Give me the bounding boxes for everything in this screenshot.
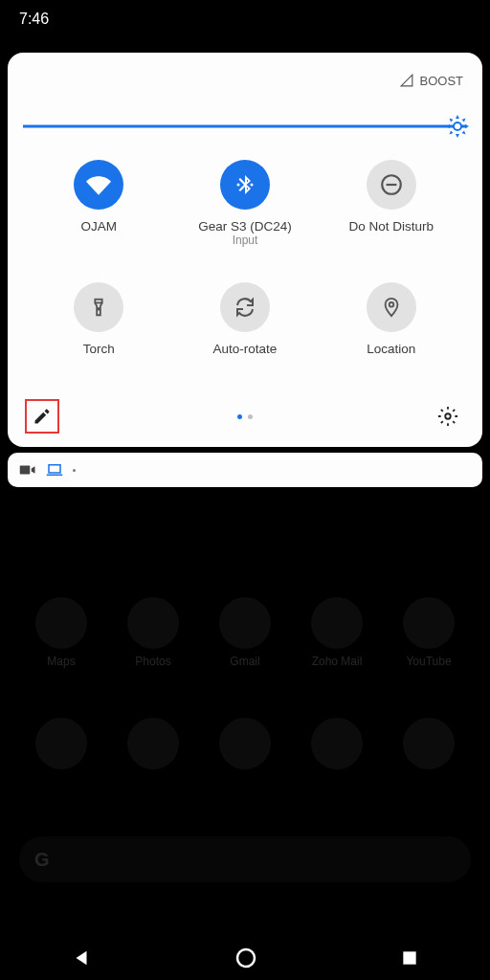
app-messages[interactable] bbox=[311, 718, 363, 769]
messages-icon bbox=[311, 718, 363, 769]
clock-time: 7:46 bbox=[19, 11, 49, 28]
zohomail-icon bbox=[311, 597, 363, 649]
gmail-icon bbox=[219, 597, 271, 649]
svg-point-9 bbox=[445, 413, 451, 419]
svg-point-1 bbox=[455, 123, 460, 129]
app-camera[interactable] bbox=[403, 718, 455, 769]
svg-rect-11 bbox=[49, 465, 60, 473]
tile-label: OJAM bbox=[81, 219, 118, 234]
google-g-icon: G bbox=[34, 849, 50, 871]
chrome-icon bbox=[219, 718, 271, 769]
brightness-icon bbox=[446, 115, 469, 138]
boost-indicator[interactable]: BOOST bbox=[400, 74, 463, 88]
app-gmail[interactable]: Gmail bbox=[219, 597, 271, 668]
photos-icon bbox=[127, 597, 179, 649]
app-label: Gmail bbox=[230, 655, 259, 668]
svg-point-3 bbox=[250, 184, 253, 187]
tile-grid: OJAM Gear S3 (DC24)Input Do Not Disturb … bbox=[19, 160, 471, 395]
home-button[interactable] bbox=[234, 947, 257, 973]
svg-point-8 bbox=[389, 302, 393, 307]
tile-label: Torch bbox=[83, 342, 115, 356]
tile-autorotate[interactable]: Auto-rotate bbox=[177, 282, 314, 376]
maps-icon bbox=[35, 597, 87, 649]
navigation-bar bbox=[0, 940, 490, 980]
tile-dnd[interactable]: Do Not Disturb bbox=[323, 160, 459, 254]
slider-thumb[interactable] bbox=[446, 115, 469, 138]
app-maps[interactable]: Maps bbox=[35, 597, 87, 668]
home-icon bbox=[234, 947, 257, 969]
wifi-icon bbox=[74, 160, 123, 210]
gear-icon bbox=[437, 406, 458, 427]
videocam-icon bbox=[19, 463, 36, 477]
flashlight-icon bbox=[74, 282, 123, 332]
app-label: Zoho Mail bbox=[312, 655, 363, 668]
app-row-1: Maps Photos Gmail Zoho Mail YouTube bbox=[0, 584, 490, 681]
svg-rect-6 bbox=[96, 300, 102, 303]
camera-icon bbox=[403, 718, 455, 769]
dnd-icon bbox=[367, 160, 416, 210]
back-button[interactable] bbox=[71, 947, 92, 972]
svg-point-7 bbox=[98, 308, 100, 310]
svg-point-2 bbox=[236, 184, 239, 187]
app-label: Maps bbox=[47, 655, 75, 668]
svg-point-13 bbox=[237, 949, 255, 967]
tile-location[interactable]: Location bbox=[323, 282, 459, 376]
laptop-icon bbox=[46, 463, 63, 477]
signal-icon bbox=[400, 74, 413, 87]
app-label: YouTube bbox=[406, 655, 451, 668]
tile-label: Gear S3 (DC24) bbox=[198, 219, 292, 234]
svg-rect-14 bbox=[403, 951, 415, 964]
pencil-icon bbox=[33, 407, 52, 426]
page-dot-inactive bbox=[248, 414, 253, 419]
quick-settings-panel: BOOST OJAM Gear S3 (DC24)Input Do Not Di… bbox=[8, 53, 482, 447]
tile-torch[interactable]: Torch bbox=[31, 282, 167, 376]
tile-sublabel: Input bbox=[198, 234, 292, 247]
tile-label: Do Not Disturb bbox=[348, 219, 434, 234]
app-chrome[interactable] bbox=[219, 718, 271, 769]
page-dot-active bbox=[237, 414, 242, 419]
tile-bluetooth[interactable]: Gear S3 (DC24)Input bbox=[177, 160, 314, 254]
app-photos[interactable]: Photos bbox=[127, 597, 179, 668]
svg-rect-10 bbox=[20, 466, 31, 475]
location-icon bbox=[367, 282, 416, 332]
slider-track bbox=[23, 125, 467, 128]
back-icon bbox=[71, 947, 92, 969]
edit-button[interactable] bbox=[25, 399, 59, 434]
tile-wifi[interactable]: OJAM bbox=[31, 160, 167, 254]
phone-icon bbox=[127, 718, 179, 769]
youtube-icon bbox=[403, 597, 455, 649]
qs-footer bbox=[19, 395, 471, 437]
notification-bar[interactable] bbox=[8, 453, 482, 487]
play-icon bbox=[35, 718, 87, 769]
app-youtube[interactable]: YouTube bbox=[403, 597, 455, 668]
notif-dot bbox=[73, 469, 76, 472]
tile-label: Location bbox=[367, 342, 415, 356]
boost-label: BOOST bbox=[419, 74, 463, 88]
autorotate-icon bbox=[220, 282, 270, 332]
qs-header: BOOST bbox=[19, 68, 471, 93]
settings-button[interactable] bbox=[431, 399, 465, 434]
app-zohomail[interactable]: Zoho Mail bbox=[311, 597, 363, 668]
tile-label: Auto-rotate bbox=[213, 342, 278, 356]
app-phone[interactable] bbox=[127, 718, 179, 769]
bluetooth-icon bbox=[220, 160, 270, 210]
page-indicator bbox=[237, 414, 253, 419]
brightness-slider[interactable] bbox=[23, 120, 467, 133]
recents-button[interactable] bbox=[400, 948, 419, 971]
status-bar: 7:46 bbox=[0, 0, 490, 38]
search-bar[interactable]: G bbox=[19, 836, 471, 882]
app-label: Photos bbox=[135, 655, 170, 668]
app-row-2 bbox=[0, 704, 490, 783]
recents-icon bbox=[400, 948, 419, 968]
app-play[interactable] bbox=[35, 718, 87, 769]
home-screen: Maps Photos Gmail Zoho Mail YouTube G bbox=[0, 584, 490, 940]
